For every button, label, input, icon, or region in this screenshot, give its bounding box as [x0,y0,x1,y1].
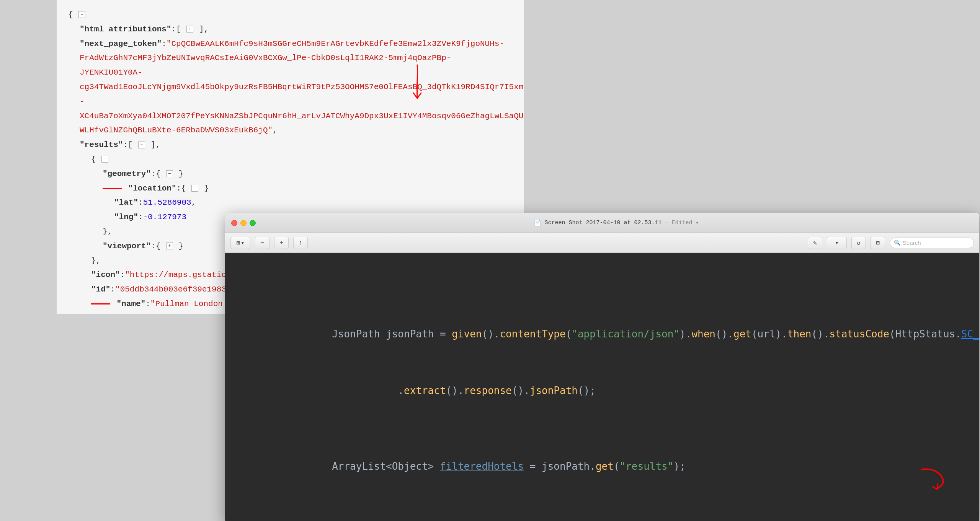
dropdown-icon: ▾ [241,239,245,247]
collapse-button[interactable]: − [191,185,198,192]
collapse-button[interactable]: − [138,142,145,148]
search-placeholder: Search [903,239,921,246]
pencil-icon: ✎ [813,239,817,247]
zoom-out-button[interactable]: − [255,237,270,249]
json-key: "icon" [91,270,120,279]
maximize-button[interactable] [250,220,256,226]
toolbar: ⊞ ▾ − + ↑ ✎ ▾ ↺ ⊟ 🔍 Search [225,233,979,253]
close-button[interactable] [231,220,237,226]
code-line-1: JsonPath jsonPath = given().contentType(… [248,306,956,363]
zoom-out-icon: − [260,239,264,246]
expand-button[interactable]: + [186,26,193,33]
title-bar-center: 📄 Screen Shot 2017-04-10 at 02.53.11 — E… [260,219,973,227]
annotation-arrow-2 [918,466,949,492]
share-icon: ↑ [299,239,302,246]
traffic-lights [231,220,256,226]
json-key: "next_page_token" [80,39,162,48]
json-key: "html_attributions" [80,25,171,34]
collapse-button[interactable]: − [78,11,85,18]
json-value: "CpQCBwEAALK6mHfc9sH3mSGGreCH5m9ErAGrtev… [80,39,524,135]
minimize-button[interactable] [240,220,247,226]
rotate-icon: ↺ [857,239,861,247]
code-area: JsonPath jsonPath = given().contentType(… [225,253,979,521]
dropdown-icon: ▾ [835,239,839,247]
json-key: "results" [80,140,123,149]
json-key: "lng" [114,213,138,221]
json-key: "geometry" [103,169,151,178]
grid-icon: ⊞ [236,239,240,247]
json-value: 51.5286903 [143,198,191,207]
rotate-button[interactable]: ↺ [851,237,866,249]
zoom-in-icon: + [279,239,283,246]
bookmark-button[interactable]: ⊟ [871,237,885,249]
view-mode-button[interactable]: ⊞ ▾ [230,237,250,249]
json-open-brace: { [68,10,73,19]
json-value: -0.127973 [143,213,186,221]
collapse-button[interactable]: − [166,170,173,177]
expand-button[interactable]: + [166,243,173,249]
edit-button[interactable]: ✎ [808,237,822,249]
preview-window: 📄 Screen Shot 2017-04-10 at 02.53.11 — E… [225,213,979,521]
title-bar: 📄 Screen Shot 2017-04-10 at 02.53.11 — E… [225,213,979,233]
document-icon: 📄 [534,219,541,227]
collapse-button[interactable]: − [101,156,108,163]
search-box[interactable]: 🔍 Search [890,238,974,248]
window-title: Screen Shot 2017-04-10 at 02.53.11 [544,220,662,226]
chevron-down-icon[interactable]: ▾ [696,219,699,226]
search-icon: 🔍 [894,239,900,246]
json-key: "lat" [114,198,138,207]
json-key: "id" [91,285,110,294]
code-line-3: ArrayList<Object> filteredHotels = jsonP… [248,438,956,495]
json-key: "viewport" [103,242,151,251]
bookmark-icon: ⊟ [876,239,880,247]
window-title-suffix: — Edited [665,220,693,226]
share-button[interactable]: ↑ [293,237,308,249]
json-key: "location" [128,184,176,193]
json-key: "name" [117,300,146,308]
edit-dropdown-button[interactable]: ▾ [827,237,847,249]
zoom-in-button[interactable]: + [274,237,289,249]
code-line-2: .extract().response().jsonPath(); [248,363,956,419]
